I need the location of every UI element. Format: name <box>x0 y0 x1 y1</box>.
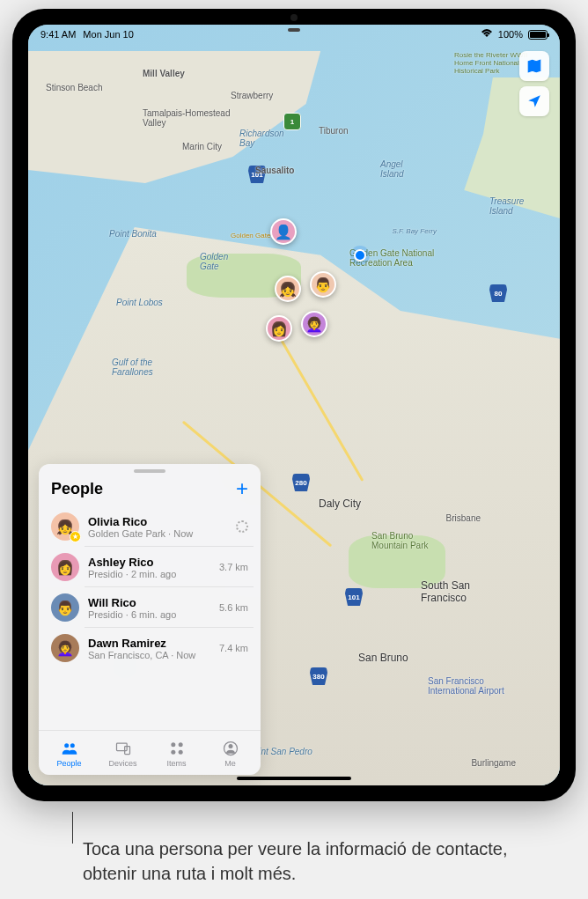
me-icon <box>220 740 241 757</box>
location-arrow-icon <box>526 93 542 109</box>
person-sublabel: Golden Gate Park · Now <box>88 528 227 539</box>
person-sublabel: Presidio · 2 min. ago <box>88 569 210 579</box>
label-marin-city: Marin City <box>182 142 222 151</box>
map-pin-me[interactable] <box>354 249 366 262</box>
label-gulf: Gulf of the Farallones <box>112 357 173 377</box>
label-ssf: South San Francisco <box>421 579 491 604</box>
person-name: Olivia Rico <box>88 515 227 528</box>
label-sf-ferry: S.F. Bay Ferry <box>392 227 437 235</box>
avatar: 👩 <box>51 553 79 581</box>
person-info: Will RicoPresidio · 6 min. ago <box>88 596 210 620</box>
tab-label: People <box>56 759 81 768</box>
ipad-frame: 9:41 AM Mon Jun 10 100% 1 101 <box>12 9 576 801</box>
person-row[interactable]: 👩‍🦱Dawn RamirezSan Francisco, CA · Now7.… <box>46 628 254 668</box>
label-golden-gate: Golden Gate <box>200 252 244 271</box>
shield-80: 80 <box>489 284 507 302</box>
svg-point-1 <box>70 743 74 748</box>
shield-1: 1 <box>283 113 301 130</box>
shield-380: 380 <box>310 667 327 685</box>
people-list: 👧★Olivia RicoGolden Gate Park · Now👩Ashl… <box>39 506 261 668</box>
person-name: Dawn Ramirez <box>88 637 210 650</box>
tab-devices[interactable]: Devices <box>101 740 145 768</box>
person-name: Will Rico <box>88 596 210 609</box>
shield-101b: 101 <box>345 588 363 606</box>
shield-280: 280 <box>292 474 310 491</box>
svg-point-5 <box>178 742 182 747</box>
label-san-bruno: San Bruno <box>358 652 408 664</box>
tab-label: Me <box>224 759 236 768</box>
svg-point-0 <box>64 743 69 748</box>
tab-bar: PeopleDevicesItemsMe <box>39 730 261 775</box>
loading-spinner-icon <box>236 520 248 533</box>
label-burling: Burlingame <box>471 758 516 768</box>
status-date: Mon Jun 10 <box>83 29 133 40</box>
home-indicator[interactable] <box>237 777 351 780</box>
map-pin-person-1[interactable]: 👤 <box>270 218 297 245</box>
svg-point-9 <box>228 744 232 748</box>
caption-text: Toca una persona per veure la informació… <box>48 836 540 886</box>
map-controls <box>519 51 549 116</box>
svg-point-6 <box>171 750 175 755</box>
person-sublabel: San Francisco, CA · Now <box>88 650 210 660</box>
label-richardson: Richardson Bay <box>239 129 292 148</box>
person-distance: 3.7 km <box>219 562 248 572</box>
items-icon <box>166 740 187 757</box>
screen: 9:41 AM Mon Jun 10 100% 1 101 <box>28 25 560 785</box>
pill-indicator <box>288 28 300 32</box>
label-sbmt: San Bruno Mountain Park <box>371 531 442 550</box>
map-pin-person-5[interactable]: 👩‍🦱 <box>301 311 327 337</box>
panel-header: People + <box>39 475 261 506</box>
avatar: 👨 <box>51 593 79 622</box>
person-row[interactable]: 👨Will RicoPresidio · 6 min. ago5.6 km <box>46 587 254 628</box>
avatar: 👩‍🦱 <box>51 634 79 662</box>
tab-items[interactable]: Items <box>155 740 199 768</box>
person-distance: 5.6 km <box>219 602 248 613</box>
person-info: Olivia RicoGolden Gate Park · Now <box>88 515 227 539</box>
panel-title: People <box>51 480 103 498</box>
label-daly: Daly City <box>319 497 361 510</box>
svg-rect-2 <box>116 743 127 750</box>
tab-people[interactable]: People <box>48 740 92 768</box>
label-tamalpais: Tamalpais-Homestead Valley <box>143 108 239 128</box>
map-pin-person-4[interactable]: 👩 <box>266 315 292 342</box>
person-row[interactable]: 👧★Olivia RicoGolden Gate Park · Now <box>46 506 254 547</box>
person-row[interactable]: 👩Ashley RicoPresidio · 2 min. ago3.7 km <box>46 547 254 587</box>
person-info: Dawn RamirezSan Francisco, CA · Now <box>88 637 210 660</box>
map-pin-person-2[interactable]: 👧 <box>275 276 301 302</box>
status-time: 9:41 AM <box>40 29 76 40</box>
label-pt-bonita: Point Bonita <box>109 229 157 239</box>
map-mode-icon <box>526 58 542 74</box>
label-tiburon: Tiburon <box>319 126 349 136</box>
devices-icon <box>113 740 134 757</box>
label-stinson: Stinson Beach <box>46 83 103 92</box>
person-distance: 7.4 km <box>219 643 248 653</box>
tab-me[interactable]: Me <box>209 740 253 768</box>
label-treasure: Treasure Island <box>489 196 533 216</box>
label-mill-valley: Mill Valley <box>143 69 185 78</box>
panel-grabber[interactable] <box>134 469 165 473</box>
label-brisbane: Brisbane <box>446 513 481 523</box>
svg-point-7 <box>178 750 182 755</box>
battery-percent: 100% <box>498 29 523 40</box>
label-sfo: San Francisco International Airport <box>428 676 507 696</box>
people-icon <box>59 740 80 757</box>
svg-point-4 <box>171 742 175 747</box>
add-person-button[interactable]: + <box>236 478 248 499</box>
label-sausalito: Sausalito <box>255 166 294 175</box>
battery-icon <box>528 30 548 40</box>
label-angel: Angel Island <box>380 159 415 179</box>
person-name: Ashley Rico <box>88 556 210 569</box>
camera-dot <box>290 14 298 21</box>
person-sublabel: Presidio · 6 min. ago <box>88 609 210 620</box>
tab-label: Items <box>166 759 186 768</box>
wifi-icon <box>481 29 493 40</box>
map-pin-person-3[interactable]: 👨 <box>310 271 336 298</box>
label-strawberry: Strawberry <box>231 91 273 100</box>
label-pt-lobos: Point Lobos <box>116 298 163 307</box>
avatar: 👧★ <box>51 512 79 541</box>
map-mode-button[interactable] <box>519 51 549 81</box>
favorite-star-icon: ★ <box>70 531 81 542</box>
people-panel: People + 👧★Olivia RicoGolden Gate Park ·… <box>39 464 261 775</box>
locate-me-button[interactable] <box>519 86 549 116</box>
tab-label: Devices <box>108 759 136 768</box>
